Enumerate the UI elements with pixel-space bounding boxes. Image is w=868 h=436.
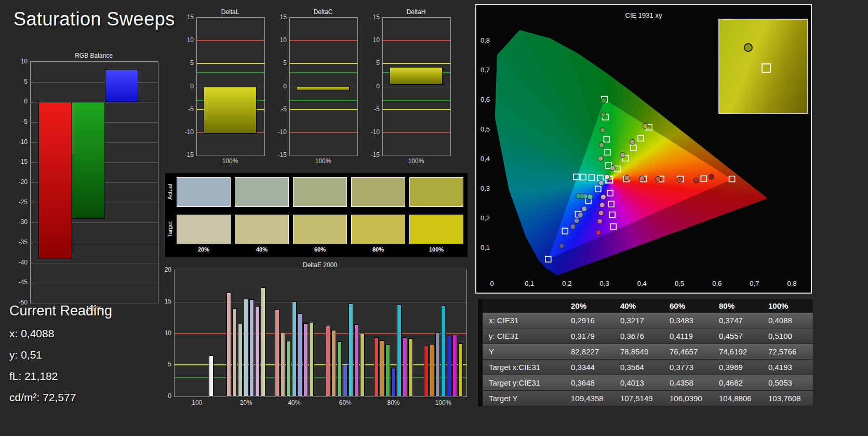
- table-value-cell: 0,4682: [714, 378, 763, 387]
- deltae-bar: [343, 365, 348, 397]
- delta-refline: [197, 40, 264, 41]
- delta-chart-plot: 151050-5-10-15: [382, 17, 451, 156]
- deltae-bar: [408, 338, 413, 397]
- deltae-ytick-label: 20: [155, 266, 171, 273]
- cie-xtick-label: 0,5: [675, 280, 684, 287]
- cie-measured-point: [624, 175, 630, 180]
- delta-chart-title: DeltaL: [196, 8, 264, 16]
- current-reading-value: y: 0,51: [9, 349, 112, 361]
- delta-ytick-label: 10: [270, 36, 287, 44]
- table-value-cell: 0,3217: [615, 316, 664, 325]
- deltae-bar: [435, 333, 440, 397]
- deltae-bar: [232, 308, 237, 397]
- rgb-bar-red: [38, 102, 72, 259]
- delta-refline: [383, 63, 450, 64]
- cie-measured-point: [639, 176, 645, 181]
- inset-measured-point: [744, 43, 753, 52]
- delta-ytick-label: 15: [177, 14, 194, 21]
- delta-chart-deltah: DeltaH151050-5-10-15100%: [365, 8, 450, 165]
- swatch-actual: [235, 177, 289, 207]
- table-value-cell: 78,8549: [615, 347, 664, 356]
- cie-xtick-label: 0,3: [600, 280, 609, 287]
- rgb-bar-blue: [105, 70, 138, 102]
- cie-measured-point: [599, 202, 605, 207]
- cie-ytick-label: 0,8: [480, 36, 490, 44]
- table-value-cell: 74,6192: [714, 347, 763, 356]
- cie-xtick-label: 0,2: [562, 280, 571, 287]
- table-value-cell: 0,5100: [763, 332, 812, 340]
- table-header-row: 20%40%60%80%100%: [478, 299, 813, 313]
- table-header-cell: 60%: [664, 301, 714, 310]
- cie-target-square: [701, 176, 706, 181]
- cie-target-square: [610, 224, 616, 230]
- deltae-bar: [226, 293, 231, 397]
- rgb-gridline: [31, 283, 158, 283]
- delta-refline: [383, 40, 450, 41]
- deltae-bar: [209, 355, 213, 397]
- cie-measured-point: [604, 174, 609, 179]
- cie-measured-point: [656, 176, 661, 181]
- table-value-cell: 0,5053: [763, 378, 812, 387]
- delta-gridline: [383, 18, 450, 18]
- cie-measured-point: [610, 165, 615, 170]
- delta-ytick-label: 0: [177, 83, 194, 90]
- table-value-cell: 0,3747: [714, 316, 763, 325]
- cie-xtick-label: 0,8: [787, 280, 797, 287]
- table-value-cell: 0,3344: [566, 363, 615, 372]
- delta-bar: [204, 87, 257, 134]
- delta-refline: [383, 132, 450, 133]
- deltae-title: DeltaE 2000: [174, 261, 466, 269]
- deltae-xlabel: 40%: [278, 399, 310, 406]
- cie-target-square: [615, 166, 620, 172]
- delta-chart-plot: 151050-5-10-15: [196, 17, 265, 156]
- cie-measured-point: [598, 156, 603, 161]
- deltae-refline: [175, 377, 466, 378]
- table-row: y: CIE310,31790,36760,41190,45570,5100: [478, 328, 813, 344]
- delta-refline: [290, 63, 357, 64]
- cie-ytick-label: 0,2: [480, 214, 490, 222]
- delta-chart-deltal: DeltaL151050-5-10-15100%: [179, 8, 264, 165]
- delta-ytick-label: 15: [363, 14, 380, 21]
- cie-xtick-label: 0,7: [750, 280, 759, 287]
- cie-measured-point: [596, 230, 601, 235]
- delta-ytick-label: -15: [363, 151, 380, 158]
- deltae-ytick-label: 15: [155, 298, 171, 305]
- rgb-ytick-label: -10: [11, 138, 28, 146]
- deltae-bar: [391, 368, 396, 397]
- swatch-row-label: Target: [167, 214, 174, 245]
- cie-title: CIE 1931 xy: [476, 11, 811, 19]
- deltae-bar: [281, 332, 285, 397]
- cie-ytick-label: 0,5: [480, 125, 490, 133]
- deltae-xlabel: 100%: [428, 399, 459, 406]
- cie-measured-point: [570, 224, 576, 229]
- rgb-gridline: [31, 263, 158, 263]
- cie-target-square: [562, 228, 568, 234]
- table-value-cell: 104,8806: [714, 394, 763, 403]
- delta-refline: [290, 40, 357, 41]
- table-row-label: Y: [483, 347, 566, 356]
- deltae-plot: 0510152010020%40%60%80%100%: [174, 270, 467, 397]
- inset-target-point: [762, 63, 771, 73]
- rgb-bar-green: [72, 102, 105, 218]
- cie-1931-chart: 00,10,20,30,40,50,60,70,80,10,20,30,40,5…: [475, 4, 812, 294]
- deltae-gridline: [175, 302, 466, 302]
- delta-chart-xlabel: 100%: [289, 157, 357, 165]
- table-value-cell: 0,4088: [763, 316, 812, 325]
- delta-charts-row: DeltaL151050-5-10-15100%DeltaC151050-5-1…: [179, 8, 450, 165]
- deltae-xlabel: 100: [181, 399, 212, 406]
- rgb-ytick-label: 10: [11, 58, 28, 65]
- cie-measured-point: [559, 243, 564, 248]
- swatch-col-label: 100%: [409, 246, 463, 253]
- table-value-cell: 0,3483: [664, 316, 714, 325]
- table-value-cell: 0,4193: [763, 363, 812, 372]
- delta-gridline: [197, 18, 264, 18]
- swatch-actual: [177, 177, 231, 207]
- delta-ytick-label: 5: [363, 59, 380, 67]
- delta-refline: [290, 100, 357, 101]
- saturation-data-table: 20%40%60%80%100%x: CIE310,29160,32170,34…: [478, 299, 813, 406]
- swatch-actual: [409, 177, 463, 207]
- cie-measured-point: [709, 174, 714, 179]
- cie-ytick-label: 0,4: [480, 155, 490, 163]
- deltae-bar: [447, 336, 451, 397]
- swatch-actual: [351, 177, 405, 207]
